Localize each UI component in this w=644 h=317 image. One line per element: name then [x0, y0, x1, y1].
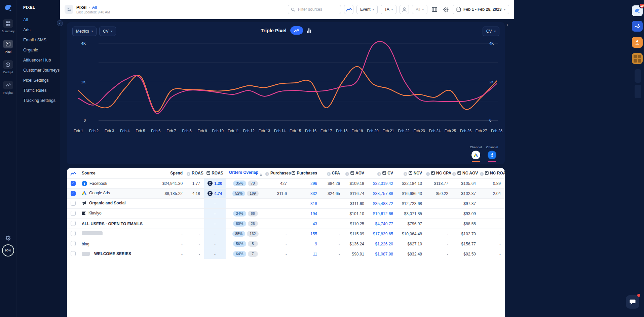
usage-badge[interactable]: 90%: [2, 244, 14, 256]
subnav-item-traffic-rules[interactable]: Traffic Rules: [23, 88, 60, 93]
col-overlap[interactable]: Orders Overlap: [226, 168, 265, 179]
row-checkbox[interactable]: [71, 211, 76, 216]
row-checkbox[interactable]: [71, 221, 76, 226]
row-checkbox[interactable]: [71, 241, 76, 246]
triple-whale-logo[interactable]: [3, 3, 13, 12]
col-ncv[interactable]: iNCV: [397, 168, 426, 179]
cv-link[interactable]: $4,740.77: [375, 222, 393, 226]
subnav-item-affluencer-hub[interactable]: Affluencer Hub: [23, 58, 60, 63]
subnav-item-organic[interactable]: Organic: [23, 48, 60, 52]
right-strip-panel[interactable]: [635, 85, 641, 98]
line-view-toggle[interactable]: [290, 26, 303, 35]
overlap-pct-pill[interactable]: 64%: [233, 251, 246, 257]
overlap-pct-pill[interactable]: 56%: [233, 241, 246, 247]
col-roas[interactable]: iROAS: [187, 168, 204, 179]
cv-link[interactable]: $32,319.42: [373, 181, 393, 186]
all-dropdown[interactable]: All▾: [412, 5, 427, 14]
chat-launcher[interactable]: [626, 295, 639, 309]
row-checkbox[interactable]: ✓: [71, 191, 76, 196]
row-checkbox[interactable]: ✓: [71, 181, 76, 186]
col-aov[interactable]: iAOV: [344, 168, 368, 179]
overlap-count-pill[interactable]: 169: [247, 191, 258, 196]
ppurchases-link[interactable]: 9: [315, 242, 317, 246]
col-ncroas[interactable]: iNC ROAS: [480, 168, 505, 179]
right-strip-panel[interactable]: [635, 69, 641, 83]
sidebar-item-cockpit[interactable]: Cockpit: [3, 60, 13, 74]
ta-dropdown[interactable]: TA▾: [381, 5, 396, 14]
cv-dropdown-left[interactable]: CV▾: [99, 27, 116, 36]
collapse-right-panel-button[interactable]: ‹: [506, 22, 508, 27]
overlap-count-pill[interactable]: 78: [248, 181, 258, 186]
overlap-pct-pill[interactable]: 60%: [233, 221, 246, 227]
col-ncaov[interactable]: iNC AOV: [452, 168, 480, 179]
legend-google[interactable]: Channel: [470, 145, 482, 162]
breadcrumb-all[interactable]: All: [92, 5, 97, 10]
overlap-pct-pill[interactable]: 52%: [232, 191, 245, 196]
overlap-pct-pill[interactable]: 34%: [233, 211, 246, 216]
row-checkbox[interactable]: [71, 231, 76, 236]
overlap-pct-pill[interactable]: 85%: [232, 231, 245, 237]
cv-link[interactable]: $19,612.66: [373, 211, 393, 216]
subnav-item-email-sms[interactable]: Email / SMS: [23, 38, 60, 42]
cv-link[interactable]: $38,757.88: [373, 191, 393, 196]
subnav-item-ads[interactable]: Ads: [23, 28, 60, 32]
columns-icon[interactable]: [430, 7, 439, 12]
legend-facebook[interactable]: Channel f: [486, 145, 498, 162]
collapse-sidebar-button[interactable]: ‹: [57, 20, 63, 26]
col-select[interactable]: [67, 168, 79, 179]
row-checkbox[interactable]: [71, 201, 76, 206]
sidebar-item-pixel[interactable]: Pixel: [3, 40, 13, 53]
col-source[interactable]: Source: [79, 168, 162, 179]
subnav-item-customer-journeys[interactable]: Customer Journeys: [23, 68, 60, 73]
overlap-count-pill[interactable]: 7: [248, 251, 258, 257]
gear-icon[interactable]: [442, 7, 450, 12]
ppurchases-link[interactable]: 43: [313, 222, 317, 226]
settings-gear-icon[interactable]: [5, 235, 11, 241]
col-cv[interactable]: iCV: [368, 168, 397, 179]
date-range-picker[interactable]: Feb 1 - Feb 28, 2023 ▾: [453, 5, 509, 14]
sidebar-item-insights[interactable]: Insights: [3, 81, 13, 94]
subnav-item-all[interactable]: All: [23, 17, 60, 22]
filter-sources-input[interactable]: [297, 7, 338, 12]
chart-view-button[interactable]: [344, 5, 353, 14]
pixel-icon: [350, 171, 354, 175]
cv-dropdown-right[interactable]: CV▾: [483, 27, 499, 36]
col-spend[interactable]: Spend: [162, 168, 187, 179]
app-tile-avatar[interactable]: [632, 37, 643, 48]
svg-text:Feb 12: Feb 12: [243, 129, 255, 133]
col-ppurchases[interactable]: Purchases: [291, 168, 321, 179]
ppurchases-link[interactable]: 318: [310, 201, 317, 206]
cv-link[interactable]: $35,488.72: [373, 201, 393, 206]
col-nccpa[interactable]: iNC CPA: [426, 168, 452, 179]
ppurchases-link[interactable]: 155: [310, 232, 317, 236]
breadcrumb-pixel[interactable]: Pixel: [76, 5, 86, 10]
col-proas[interactable]: ROAS: [204, 168, 226, 179]
metrics-dropdown[interactable]: Metrics▾: [72, 27, 97, 36]
row-checkbox[interactable]: [71, 251, 76, 256]
ppurchases-link[interactable]: 11: [313, 252, 317, 256]
cv-link[interactable]: $1,226.20: [375, 242, 393, 246]
ppurchases-link[interactable]: 194: [310, 211, 317, 216]
subnav-item-pixel-settings[interactable]: Pixel Settings: [23, 78, 60, 83]
sidebar-item-summary[interactable]: Summary: [2, 19, 15, 33]
col-cpa[interactable]: iCPA: [321, 168, 344, 179]
overlap-count-pill[interactable]: 132: [247, 231, 258, 237]
event-dropdown[interactable]: Event▾: [356, 5, 378, 14]
bar-view-toggle[interactable]: [307, 28, 311, 33]
sort-icon[interactable]: [260, 173, 262, 176]
overlap-count-pill[interactable]: 26: [248, 221, 258, 227]
col-purchases[interactable]: iPurchases: [265, 168, 291, 179]
cv-link[interactable]: $1,087.98: [375, 252, 393, 256]
ppurchases-link[interactable]: 296: [310, 181, 317, 186]
app-tile-blue[interactable]: [632, 21, 643, 32]
subnav-item-tracking-settings[interactable]: Tracking Settings: [23, 98, 60, 103]
audience-button[interactable]: [400, 5, 409, 14]
overlap-count-pill[interactable]: 66: [248, 211, 258, 216]
filter-sources-search[interactable]: [288, 5, 341, 14]
cv-link[interactable]: $17,839.65: [373, 232, 393, 236]
overlap-count-pill[interactable]: 5: [248, 241, 258, 247]
ppurchases-link[interactable]: 332: [310, 191, 317, 196]
app-tile-grid[interactable]: [632, 53, 643, 64]
cell-ppurchases: 194: [291, 209, 321, 219]
overlap-pct-pill[interactable]: 35%: [233, 181, 246, 186]
